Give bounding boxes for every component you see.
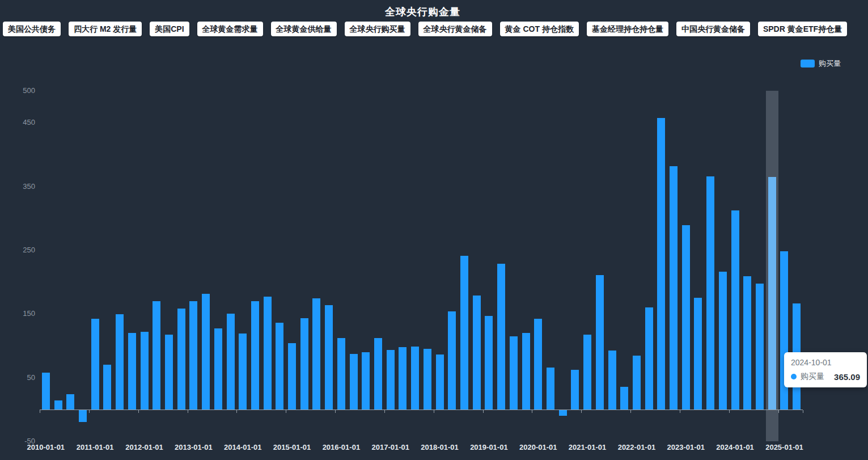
x-axis-tick: [236, 410, 237, 413]
bar-2010-07-01[interactable]: [66, 394, 74, 410]
y-axis-label: 350: [0, 182, 35, 191]
x-axis-tick: [384, 410, 385, 413]
bar-2016-01-01[interactable]: [337, 338, 345, 410]
bar-2022-01-01[interactable]: [633, 356, 641, 409]
bar-2013-07-01[interactable]: [214, 328, 222, 410]
bar-2013-10-01[interactable]: [227, 314, 235, 410]
y-axis-label: 250: [0, 246, 35, 254]
x-axis-label: 2024-01-01: [708, 443, 763, 451]
x-axis-label: 2016-01-01: [314, 443, 369, 451]
tooltip-date: 2024-10-01: [791, 358, 860, 367]
bar-2012-04-01[interactable]: [153, 301, 160, 410]
bar-2021-01-01[interactable]: [583, 335, 591, 409]
bar-2023-07-01[interactable]: [706, 176, 714, 410]
bar-2016-07-01[interactable]: [362, 352, 370, 410]
bar-chart[interactable]: 2010-01-012011-01-012012-01-012013-01-01…: [0, 0, 868, 460]
x-axis-label: 2014-01-01: [215, 443, 270, 451]
x-axis-label: 2025-01-01: [757, 443, 811, 451]
bar-2011-07-01[interactable]: [116, 314, 124, 409]
bar-2020-07-01[interactable]: [559, 410, 567, 416]
bar-2012-01-01[interactable]: [141, 332, 149, 410]
bar-2017-04-01[interactable]: [399, 347, 407, 410]
y-axis-label: 150: [0, 309, 35, 318]
bar-2017-10-01[interactable]: [424, 349, 431, 410]
bar-2014-07-01[interactable]: [264, 297, 272, 410]
bar-2010-04-01[interactable]: [54, 400, 62, 410]
y-axis-label: -50: [0, 437, 35, 445]
bar-2015-07-01[interactable]: [312, 298, 320, 410]
bar-2022-07-01[interactable]: [657, 118, 665, 410]
bar-2019-04-01[interactable]: [497, 264, 505, 410]
x-axis-tick: [286, 410, 286, 413]
bar-2018-01-01[interactable]: [436, 355, 444, 410]
x-axis-tick: [532, 410, 532, 413]
bar-2018-10-01[interactable]: [473, 296, 481, 410]
bar-2014-10-01[interactable]: [276, 323, 283, 410]
y-axis-label: 50: [0, 373, 35, 382]
x-axis-label: 2015-01-01: [265, 443, 319, 451]
bar-2012-10-01[interactable]: [177, 309, 185, 410]
bar-2018-04-01[interactable]: [448, 311, 456, 410]
bar-2015-10-01[interactable]: [325, 305, 333, 410]
bar-2021-07-01[interactable]: [608, 351, 616, 409]
bar-2022-10-01[interactable]: [670, 166, 678, 410]
bar-2017-07-01[interactable]: [411, 347, 419, 410]
x-axis-label: 2022-01-01: [609, 443, 664, 451]
x-axis-tick: [138, 410, 139, 413]
y-axis-label: 500: [0, 86, 35, 95]
legend-item-purchase-volume[interactable]: 购买量: [801, 58, 841, 69]
x-axis-tick: [434, 410, 434, 413]
x-axis-tick: [483, 410, 484, 413]
x-axis-tick: [803, 410, 803, 413]
y-axis-label: 450: [0, 118, 35, 126]
x-axis-line: [40, 410, 803, 410]
bar-2015-04-01[interactable]: [300, 318, 308, 410]
bar-2013-04-01[interactable]: [202, 294, 210, 409]
bar-2018-07-01[interactable]: [460, 256, 468, 410]
bar-2024-10-01[interactable]: [768, 177, 776, 410]
bar-2014-04-01[interactable]: [251, 301, 259, 410]
x-axis-label: 2013-01-01: [166, 443, 221, 451]
bar-2024-01-01[interactable]: [731, 210, 739, 410]
bar-2016-04-01[interactable]: [350, 354, 358, 410]
bar-2019-07-01[interactable]: [510, 336, 518, 410]
x-axis-label: 2011-01-01: [68, 443, 122, 451]
bar-2015-01-01[interactable]: [288, 343, 296, 410]
bar-2011-01-01[interactable]: [91, 319, 99, 410]
bar-2019-10-01[interactable]: [522, 333, 530, 410]
bar-2020-01-01[interactable]: [534, 319, 542, 410]
bar-2013-01-01[interactable]: [189, 301, 197, 410]
bar-2023-01-01[interactable]: [682, 225, 690, 410]
x-axis-tick: [581, 410, 582, 413]
x-axis-tick: [40, 410, 40, 413]
legend-swatch-icon: [801, 60, 815, 67]
bar-2023-04-01[interactable]: [694, 298, 702, 410]
x-axis-tick: [630, 410, 631, 413]
bar-2022-04-01[interactable]: [645, 307, 653, 410]
bar-2023-10-01[interactable]: [719, 272, 727, 410]
bar-2011-10-01[interactable]: [128, 333, 136, 410]
bar-2017-01-01[interactable]: [387, 350, 395, 409]
x-axis-label: 2020-01-01: [511, 443, 565, 451]
x-axis-label: 2012-01-01: [117, 443, 172, 451]
bar-2014-01-01[interactable]: [239, 334, 247, 410]
bar-2016-10-01[interactable]: [374, 338, 382, 410]
bar-2021-04-01[interactable]: [596, 275, 604, 410]
bar-2019-01-01[interactable]: [485, 316, 493, 410]
bar-2021-10-01[interactable]: [620, 387, 628, 409]
tooltip-series-label: 购买量: [801, 372, 824, 382]
bar-2024-04-01[interactable]: [743, 276, 751, 410]
x-axis-label: 2019-01-01: [461, 443, 516, 451]
x-axis-label: 2017-01-01: [363, 443, 418, 451]
bar-2020-10-01[interactable]: [571, 370, 579, 410]
bar-2024-07-01[interactable]: [756, 284, 764, 409]
bar-2020-04-01[interactable]: [547, 368, 554, 410]
tooltip-value: 365.09: [834, 372, 860, 382]
bar-2010-10-01[interactable]: [79, 410, 87, 422]
bar-2012-07-01[interactable]: [165, 335, 173, 409]
bar-2010-01-01[interactable]: [42, 373, 50, 410]
bar-2011-04-01[interactable]: [103, 365, 111, 410]
x-axis-tick: [89, 410, 90, 413]
chart-tooltip: 2024-10-01 购买量 365.09: [784, 352, 867, 387]
x-axis-tick: [729, 410, 730, 413]
